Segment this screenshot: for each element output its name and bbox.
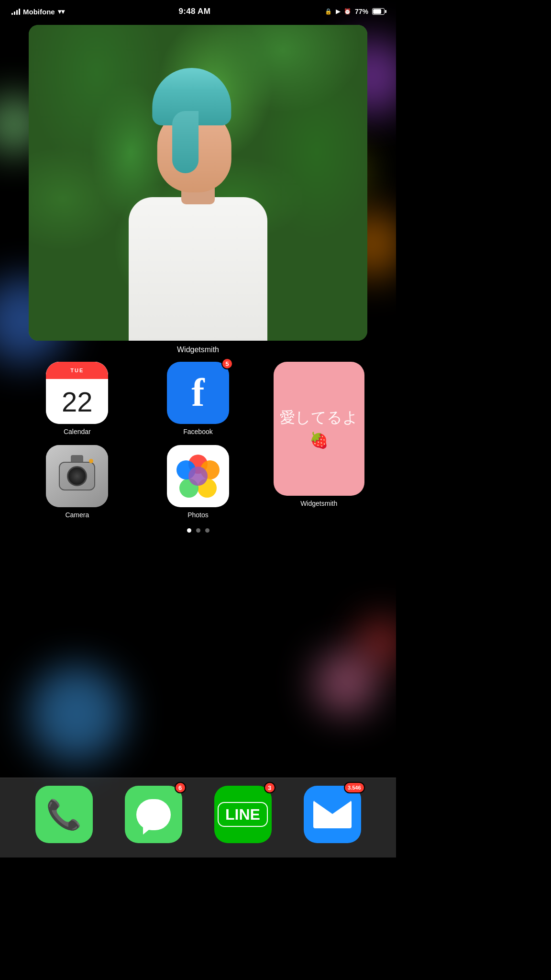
signal-icon [11,8,20,15]
facebook-app-item[interactable]: f 5 Facebook [145,362,252,435]
messages-icon[interactable] [125,786,182,843]
wifi-icon: ▾▾ [58,8,65,15]
phone-icon[interactable]: 📞 [35,786,93,843]
battery-percent: 77% [355,8,368,15]
page-dot-3[interactable] [205,528,209,533]
page-dots [0,528,396,533]
facebook-icon[interactable]: f 5 [167,362,229,424]
phone-dock-item[interactable]: 📞 [35,786,93,843]
facebook-f-letter: f [191,373,204,412]
app-grid: TUE 22 Calendar f 5 Facebook 愛してるよ🍓 Widg… [0,362,396,519]
line-dock-item[interactable]: LINE 3 [214,786,272,843]
status-time: 9:48 AM [178,7,210,16]
person-figure [107,92,289,341]
widgetsmith-photo-widget[interactable] [29,25,367,341]
status-left: Mobifone ▾▾ [11,8,65,16]
widgetsmith-pink-item[interactable]: 愛してるよ🍓 Widgetsmith [265,362,372,519]
mail-envelope [313,801,352,828]
calendar-date: 22 [46,379,108,424]
mail-dock-item[interactable]: 3.546 [304,786,361,843]
photos-icon[interactable] [167,445,229,507]
widgetsmith-text: 愛してるよ🍓 [274,401,364,457]
lock-icon: 🔒 [325,8,332,15]
widgetsmith-top-label: Widgetsmith [0,345,396,354]
line-label: LINE [218,802,268,827]
photos-label: Photos [187,511,209,519]
page-dot-1[interactable] [187,528,191,533]
alarm-icon: ⏰ [344,8,351,15]
battery-icon [372,8,385,15]
mail-badge: 3.546 [344,782,365,793]
calendar-app-item[interactable]: TUE 22 Calendar [24,362,131,435]
page-dot-2[interactable] [196,528,200,533]
dock: 📞 6 LINE 3 3.546 [0,778,396,858]
status-bar: Mobifone ▾▾ 9:48 AM 🔒 ▶ ⏰ 77% [0,0,396,20]
location-icon: ▶ [336,8,340,15]
photos-pinwheel [176,455,220,498]
bokeh-blue2 [29,666,124,762]
widgetsmith-label: Widgetsmith [300,500,337,507]
widgetsmith-pink-icon[interactable]: 愛してるよ🍓 [274,362,364,496]
bokeh-pink [315,652,377,714]
camera-body [59,462,95,490]
line-badge: 3 [264,782,276,793]
camera-icon[interactable] [46,445,108,507]
messages-dock-item[interactable]: 6 [125,786,182,843]
photo-background [29,25,367,341]
calendar-day: TUE [46,362,108,379]
mail-icon[interactable] [304,786,361,843]
messages-bubble-container [136,799,171,830]
status-right: 🔒 ▶ ⏰ 77% [325,8,385,15]
phone-symbol: 📞 [46,798,82,832]
photos-app-item[interactable]: Photos [145,445,252,519]
calendar-label: Calendar [64,428,91,435]
line-icon[interactable]: LINE [214,786,272,843]
calendar-icon[interactable]: TUE 22 [46,362,108,424]
carrier-label: Mobifone [23,8,55,16]
facebook-label: Facebook [183,428,212,435]
camera-app-item[interactable]: Camera [24,445,131,519]
facebook-badge: 5 [221,358,233,369]
messages-badge: 6 [175,782,186,793]
camera-label: Camera [65,511,89,519]
